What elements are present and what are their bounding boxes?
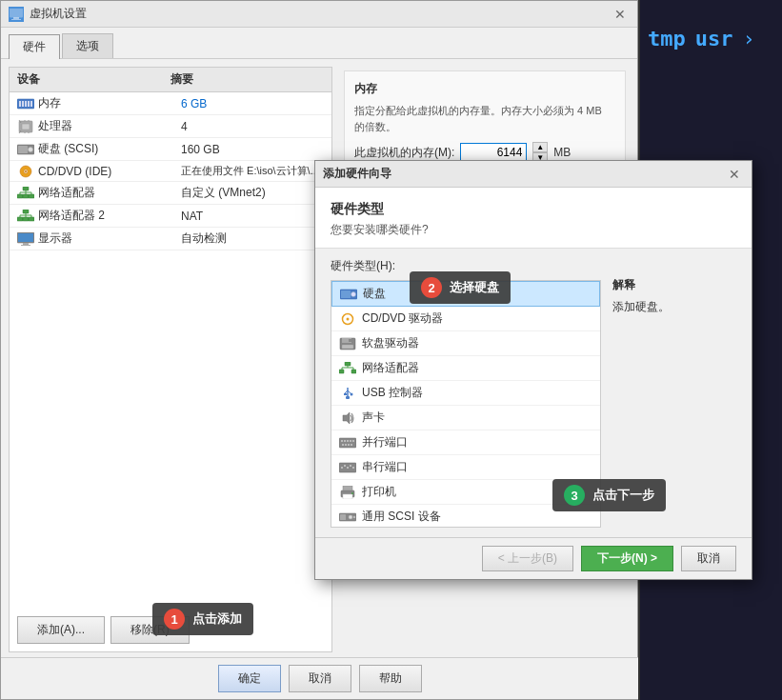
device-row-cddvd[interactable]: CD/DVD (IDE) 正在使用文件 E:\iso\云计算\...	[10, 161, 331, 182]
add-device-button[interactable]: 添加(A)...	[17, 616, 105, 644]
svg-rect-23	[23, 187, 29, 190]
device-name-memory: 内存	[38, 95, 181, 111]
hw-item-serial-label: 串行端口	[362, 459, 408, 475]
device-summary-net2: NAT	[181, 210, 324, 223]
tab-options[interactable]: 选项	[62, 33, 113, 58]
memory-value-input[interactable]	[460, 143, 527, 162]
svg-rect-63	[346, 396, 350, 399]
terminal-top-dir2: usr	[695, 27, 733, 50]
terminal-top-content: tmp usr ›	[640, 0, 782, 58]
svg-point-80	[352, 467, 354, 469]
svg-rect-44	[21, 245, 30, 246]
tab-hardware[interactable]: 硬件	[9, 34, 60, 59]
help-button[interactable]: 帮助	[359, 665, 422, 692]
device-name-display: 显示器	[38, 230, 181, 247]
device-row-disk[interactable]: 硬盘 (SCSI) 160 GB	[10, 138, 331, 161]
device-name-disk: 硬盘 (SCSI)	[38, 141, 181, 157]
device-list: 内存 6 GB 处理器 4 硬盘 (SCSI)	[10, 92, 331, 609]
window-close-button[interactable]: ✕	[611, 5, 630, 24]
tooltip-click-next: 3 点击下一步	[552, 479, 666, 511]
device-row-cpu[interactable]: 处理器 4	[10, 115, 331, 138]
svg-rect-2	[11, 19, 21, 20]
hw-item-cddvd[interactable]: CD/DVD 驱动器	[331, 307, 600, 331]
hw-scsi-icon	[339, 510, 356, 524]
device-summary-display: 自动检测	[181, 230, 324, 247]
net1-icon	[17, 187, 34, 200]
svg-point-73	[348, 444, 350, 446]
svg-rect-46	[341, 290, 351, 298]
tooltip-select-disk-num: 2	[421, 277, 442, 298]
cpu-icon	[17, 120, 34, 133]
device-name-cpu: 处理器	[38, 118, 181, 134]
hw-item-net-label: 网络适配器	[362, 360, 419, 376]
device-row-memory[interactable]: 内存 6 GB	[10, 92, 331, 115]
device-row-net1[interactable]: 网络适配器 自定义 (VMnet2)	[10, 182, 331, 205]
svg-point-68	[347, 440, 349, 442]
hw-item-printer-label: 打印机	[362, 484, 396, 500]
hw-item-usb[interactable]: USB 控制器	[331, 381, 600, 406]
svg-point-76	[341, 467, 343, 469]
hw-disk-icon	[340, 288, 357, 301]
wizard-next-button[interactable]: 下一步(N) >	[581, 546, 673, 571]
device-summary-disk: 160 GB	[181, 143, 324, 156]
hw-item-parallel[interactable]: 并行端口	[331, 430, 600, 455]
svg-rect-61	[344, 393, 347, 395]
device-row-display[interactable]: 显示器 自动检测	[10, 228, 331, 250]
memory-unit: MB	[553, 146, 571, 159]
hw-item-disk-label: 硬盘	[363, 286, 386, 302]
svg-rect-39	[23, 217, 29, 221]
svg-point-49	[347, 317, 350, 320]
device-summary-cddvd: 正在使用文件 E:\iso\云计算\...	[181, 164, 324, 178]
ok-button[interactable]: 确定	[218, 665, 281, 692]
svg-point-70	[352, 440, 354, 442]
svg-rect-4	[19, 101, 21, 107]
svg-point-62	[351, 392, 353, 395]
explain-text: 添加硬盘。	[612, 299, 736, 315]
wizard-body: 硬件类型(H): 硬盘 CD/DVD 驱动器	[315, 249, 752, 537]
hw-item-sound[interactable]: 声卡	[331, 406, 600, 430]
svg-point-74	[351, 444, 352, 446]
hw-item-parallel-label: 并行端口	[362, 434, 408, 450]
hw-item-net[interactable]: 网络适配器	[331, 356, 600, 381]
device-row-net2[interactable]: 网络适配器 2 NAT	[10, 205, 331, 228]
cancel-button[interactable]: 取消	[289, 665, 351, 692]
svg-rect-6	[25, 101, 27, 107]
svg-rect-65	[339, 438, 356, 448]
hw-item-serial[interactable]: 串行端口	[331, 455, 600, 480]
wizard-header-sub: 您要安装哪类硬件?	[331, 222, 736, 238]
hw-item-floppy[interactable]: 软盘驱动器	[331, 331, 600, 356]
device-summary-net1: 自定义 (VMnet2)	[181, 185, 324, 201]
explain-label: 解释	[612, 277, 736, 293]
svg-rect-10	[22, 124, 30, 130]
tooltip-select-disk-text: 选择硬盘	[450, 279, 499, 296]
hw-cddvd-icon	[339, 312, 356, 326]
svg-rect-83	[343, 494, 352, 499]
svg-point-47	[351, 291, 356, 296]
svg-rect-53	[342, 345, 353, 349]
tooltip-click-next-text: 点击下一步	[592, 487, 654, 504]
memory-increment-button[interactable]: ▲	[532, 142, 548, 152]
add-hardware-wizard: 添加硬件向导 ✕ 硬件类型 您要安装哪类硬件? 硬件类型(H): 硬盘	[314, 160, 752, 580]
net2-icon	[17, 210, 34, 223]
wizard-cancel-button[interactable]: 取消	[681, 546, 736, 571]
svg-point-79	[350, 465, 351, 467]
device-name-cddvd: CD/DVD (IDE)	[38, 165, 181, 178]
svg-rect-1	[13, 17, 19, 19]
memory-icon	[17, 97, 34, 110]
wizard-back-button[interactable]: < 上一步(B)	[482, 546, 573, 571]
wizard-close-button[interactable]: ✕	[725, 165, 744, 184]
svg-rect-54	[345, 362, 351, 366]
hw-printer-icon	[339, 486, 356, 499]
svg-point-69	[350, 440, 351, 442]
device-summary-cpu: 4	[181, 120, 324, 133]
svg-rect-32	[23, 210, 29, 213]
svg-rect-40	[29, 217, 34, 221]
device-name-net1: 网络适配器	[38, 185, 181, 201]
hw-sound-icon	[339, 411, 356, 425]
svg-point-67	[344, 440, 346, 442]
hw-serial-icon	[339, 461, 356, 474]
svg-rect-52	[349, 339, 351, 342]
tooltip-click-add-num: 1	[164, 609, 185, 630]
hw-net-icon	[339, 362, 356, 375]
hw-item-scsi-label: 通用 SCSI 设备	[362, 509, 441, 525]
